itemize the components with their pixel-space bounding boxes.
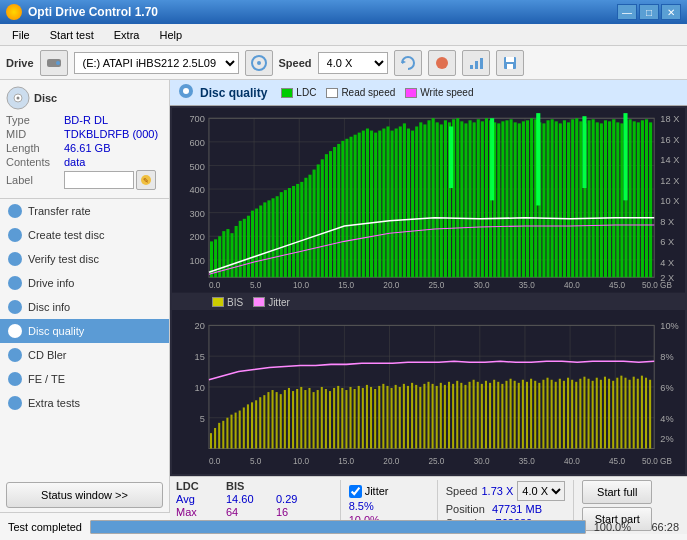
svg-text:10%: 10% bbox=[660, 321, 678, 331]
progress-text: 100.0% bbox=[594, 521, 631, 533]
nav-item-cd-bler[interactable]: CD Bler bbox=[0, 343, 169, 367]
svg-rect-169 bbox=[637, 122, 640, 277]
svg-rect-173 bbox=[449, 126, 453, 188]
svg-rect-272 bbox=[448, 381, 450, 448]
disc-type-label: Type bbox=[6, 114, 64, 126]
svg-rect-140 bbox=[518, 123, 521, 277]
svg-rect-295 bbox=[542, 379, 544, 448]
close-button[interactable]: ✕ bbox=[661, 4, 681, 20]
minimize-button[interactable]: — bbox=[617, 4, 637, 20]
svg-text:10 X: 10 X bbox=[660, 196, 679, 206]
drive-icon-btn[interactable] bbox=[40, 50, 68, 76]
nav-list: Transfer rate Create test disc Verify te… bbox=[0, 199, 169, 478]
chart-btn[interactable] bbox=[462, 50, 490, 76]
svg-rect-309 bbox=[600, 379, 602, 448]
disc-label-icon-btn[interactable]: ✎ bbox=[136, 170, 156, 190]
svg-rect-234 bbox=[292, 391, 294, 448]
svg-rect-262 bbox=[407, 386, 409, 449]
svg-rect-161 bbox=[604, 120, 607, 277]
svg-rect-111 bbox=[399, 126, 402, 277]
nav-item-verify-test-disc[interactable]: Verify test disc bbox=[0, 247, 169, 271]
disc-icon-btn[interactable] bbox=[245, 50, 273, 76]
nav-label-fe-te: FE / TE bbox=[28, 373, 65, 385]
speed-select[interactable]: 4.0 X bbox=[318, 52, 388, 74]
svg-rect-128 bbox=[469, 120, 472, 277]
color-btn[interactable] bbox=[428, 50, 456, 76]
svg-text:18 X: 18 X bbox=[660, 114, 679, 124]
svg-rect-294 bbox=[538, 383, 540, 449]
svg-text:15: 15 bbox=[195, 352, 205, 362]
nav-item-extra-tests[interactable]: Extra tests bbox=[0, 391, 169, 415]
nav-item-transfer-rate[interactable]: Transfer rate bbox=[0, 199, 169, 223]
svg-rect-302 bbox=[571, 379, 573, 448]
svg-rect-107 bbox=[382, 129, 385, 278]
maximize-button[interactable]: □ bbox=[639, 4, 659, 20]
nav-item-fe-te[interactable]: FE / TE bbox=[0, 367, 169, 391]
svg-rect-119 bbox=[432, 118, 435, 277]
svg-text:6%: 6% bbox=[660, 383, 673, 393]
svg-text:45.0: 45.0 bbox=[609, 457, 625, 466]
menu-help[interactable]: Help bbox=[151, 27, 190, 43]
svg-rect-218 bbox=[226, 417, 228, 448]
svg-rect-239 bbox=[313, 392, 315, 448]
svg-rect-78 bbox=[263, 202, 266, 277]
svg-text:15.0: 15.0 bbox=[338, 457, 354, 466]
jitter-checkbox-label[interactable]: Jitter bbox=[349, 485, 429, 498]
disc-label-input[interactable] bbox=[64, 171, 134, 189]
svg-text:10: 10 bbox=[195, 383, 205, 393]
nav-item-create-test-disc[interactable]: Create test disc bbox=[0, 223, 169, 247]
svg-rect-280 bbox=[481, 384, 483, 449]
svg-text:5.0: 5.0 bbox=[250, 281, 262, 290]
svg-rect-237 bbox=[304, 390, 306, 448]
svg-rect-299 bbox=[559, 378, 561, 448]
nav-item-disc-info[interactable]: Disc info bbox=[0, 295, 169, 319]
svg-rect-116 bbox=[419, 122, 422, 277]
menu-bar: File Start test Extra Help bbox=[0, 24, 687, 46]
svg-text:35.0: 35.0 bbox=[519, 457, 535, 466]
svg-rect-6 bbox=[470, 65, 473, 69]
svg-rect-137 bbox=[505, 120, 508, 277]
svg-text:200: 200 bbox=[189, 232, 204, 242]
svg-point-18 bbox=[183, 88, 189, 94]
svg-rect-163 bbox=[612, 119, 615, 277]
start-full-button[interactable]: Start full bbox=[582, 480, 652, 504]
svg-text:100: 100 bbox=[189, 256, 204, 266]
svg-text:8%: 8% bbox=[660, 352, 673, 362]
menu-file[interactable]: File bbox=[4, 27, 38, 43]
svg-rect-138 bbox=[510, 119, 513, 277]
svg-rect-268 bbox=[432, 384, 434, 449]
svg-text:10.0: 10.0 bbox=[293, 457, 309, 466]
speed-stat-value: 1.73 X bbox=[481, 485, 513, 497]
svg-text:4 X: 4 X bbox=[660, 258, 674, 268]
legend-read-speed: Read speed bbox=[326, 87, 395, 98]
svg-rect-226 bbox=[259, 397, 261, 448]
svg-rect-321 bbox=[649, 379, 651, 448]
menu-extra[interactable]: Extra bbox=[106, 27, 148, 43]
status-window-button[interactable]: Status window >> bbox=[6, 482, 163, 508]
svg-rect-216 bbox=[218, 423, 220, 449]
disc-quality-icon bbox=[178, 83, 194, 102]
svg-rect-158 bbox=[592, 119, 595, 277]
svg-rect-172 bbox=[649, 122, 652, 277]
svg-rect-79 bbox=[267, 200, 270, 277]
svg-rect-320 bbox=[645, 377, 647, 448]
save-btn[interactable] bbox=[496, 50, 524, 76]
svg-rect-265 bbox=[419, 387, 421, 449]
svg-text:600: 600 bbox=[189, 138, 204, 148]
svg-rect-241 bbox=[321, 387, 323, 449]
jitter-checkbox[interactable] bbox=[349, 485, 362, 498]
progress-bar-outer bbox=[90, 520, 586, 534]
svg-text:0.0: 0.0 bbox=[209, 457, 221, 466]
speed-stat-select[interactable]: 4.0 X bbox=[517, 481, 565, 501]
refresh-btn[interactable] bbox=[394, 50, 422, 76]
drive-select[interactable]: (E:) ATAPI iHBS212 2.5L09 bbox=[74, 52, 239, 74]
nav-item-disc-quality[interactable]: Disc quality bbox=[0, 319, 169, 343]
svg-text:40.0: 40.0 bbox=[564, 457, 580, 466]
svg-rect-292 bbox=[530, 378, 532, 448]
svg-text:5.0: 5.0 bbox=[250, 457, 262, 466]
svg-rect-318 bbox=[637, 378, 639, 448]
svg-rect-177 bbox=[623, 113, 627, 200]
menu-start-test[interactable]: Start test bbox=[42, 27, 102, 43]
svg-rect-290 bbox=[522, 379, 524, 448]
nav-item-drive-info[interactable]: Drive info bbox=[0, 271, 169, 295]
